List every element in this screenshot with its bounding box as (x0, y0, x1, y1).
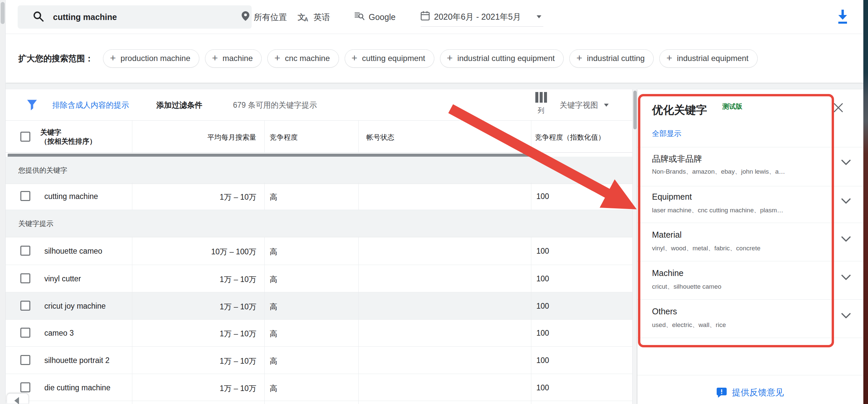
plus-icon: + (212, 53, 218, 63)
search-network-icon (354, 12, 364, 23)
location-label: 所有位置 (254, 12, 287, 23)
language-selector[interactable]: 文A 英语 (298, 0, 330, 34)
divider (637, 338, 863, 338)
plus-icon: + (576, 53, 582, 63)
beta-badge: 测试版 (722, 102, 742, 111)
row-checkbox[interactable] (20, 273, 30, 283)
chevron-down-icon (604, 104, 609, 107)
chip-add-keyword[interactable]: +production machine (103, 49, 199, 68)
panel-title: 优化关键字 (652, 103, 707, 118)
vertical-scrollbar-thumb[interactable] (633, 91, 637, 129)
chip-add-keyword[interactable]: +cnc machine (267, 49, 339, 68)
row-checkbox[interactable] (20, 246, 30, 256)
top-bar: 所有位置 文A 英语 Google 2020年6月 - 2021年5月 (6, 0, 868, 34)
row-checkbox[interactable] (20, 191, 30, 201)
expand-group-button[interactable] (841, 274, 851, 282)
date-range-selector[interactable]: 2020年6月 - 2021年5月 (421, 7, 543, 27)
row-checkbox[interactable] (20, 382, 30, 392)
divider (637, 375, 863, 375)
cell-competition: 高 (270, 247, 277, 257)
select-all-checkbox[interactable] (20, 132, 30, 142)
chip-label: production machine (121, 54, 190, 63)
date-range-label: 2020年6月 - 2021年5月 (434, 11, 521, 22)
close-panel-button[interactable] (833, 102, 845, 114)
chip-label: industrial cutting (587, 54, 645, 63)
location-selector[interactable]: 所有位置 (242, 0, 287, 34)
search-input[interactable] (53, 12, 226, 22)
col-header-account-status[interactable]: 帐号状态 (366, 133, 394, 142)
location-pin-icon (242, 11, 249, 23)
cell-competition: 高 (270, 356, 277, 366)
table-row[interactable]: silhouette portrait 2 1万 – 10万 高 100 (6, 347, 632, 374)
chevron-down-icon (841, 198, 851, 204)
col-header-competition-indexed[interactable]: 竞争程度（指数化值） (535, 133, 605, 142)
chip-add-keyword[interactable]: +industrial cutting (569, 49, 654, 68)
download-icon (836, 9, 850, 24)
view-selector[interactable]: 关键字视图 (560, 89, 609, 121)
section-row-keyword-ideas: 关键字提示 (6, 210, 632, 237)
left-scrollbar[interactable] (0, 0, 6, 404)
translate-icon: 文A (298, 12, 309, 22)
chip-add-keyword[interactable]: +cutting equipment (345, 49, 434, 68)
cell-avg-searches: 10万 – 100万 (72, 247, 256, 257)
keyword-results-card: 排除含成人内容的提示 添加过滤条件 679 条可用的关键字提示 列 关键字视图 … (6, 89, 632, 404)
show-all-link[interactable]: 全部显示 (652, 129, 681, 139)
refine-keywords-panel: 优化关键字 测试版 全部显示 品牌或非品牌 Non-Brands、amazon、… (637, 89, 863, 404)
table-row[interactable]: cricut joy machine 1万 – 10万 高 100 (6, 292, 632, 320)
section-row-provided-keywords: 您提供的关键字 (6, 157, 632, 184)
right-window-edge (863, 0, 868, 404)
group-title: Machine (652, 268, 684, 278)
table-toolbar: 排除含成人内容的提示 添加过滤条件 679 条可用的关键字提示 列 关键字视图 (6, 89, 632, 121)
cell-avg-searches: 1万 – 10万 (72, 274, 256, 285)
row-checkbox[interactable] (20, 328, 30, 338)
expand-search-bar: 扩大您的搜索范围： +production machine +machine +… (6, 34, 868, 83)
columns-icon (535, 92, 547, 103)
chip-label: machine (223, 54, 253, 63)
table-row[interactable]: die cutting machine 1万 – 10万 高 100 (6, 374, 632, 401)
expand-group-button[interactable] (841, 313, 851, 320)
keyword-search-box[interactable] (18, 5, 252, 29)
columns-button[interactable]: 列 (531, 92, 551, 115)
col-header-avg-searches[interactable]: 平均每月搜索量 (72, 133, 256, 142)
cell-competition-indexed: 100 (536, 356, 549, 365)
cell-competition: 高 (270, 274, 277, 285)
expand-search-label: 扩大您的搜索范围： (18, 34, 93, 83)
group-title: Material (652, 230, 682, 240)
col-header-competition[interactable]: 竞争程度 (270, 133, 298, 142)
view-label: 关键字视图 (560, 100, 598, 110)
cell-competition-indexed: 100 (536, 192, 549, 201)
expand-group-button[interactable] (841, 198, 851, 206)
group-examples: vinyl、wood、metal、fabric、concrete (652, 244, 760, 253)
left-scrollbar-thumb[interactable] (1, 2, 5, 24)
feedback-icon (717, 388, 727, 398)
expand-group-button[interactable] (841, 236, 851, 244)
table-row[interactable]: cameo 3 1万 – 10万 高 100 (6, 319, 632, 347)
row-checkbox[interactable] (20, 355, 30, 365)
row-checkbox[interactable] (20, 301, 30, 311)
table-row[interactable]: cutting machine 1万 – 10万 高 100 (6, 183, 632, 210)
expand-group-button[interactable] (841, 159, 851, 167)
plus-icon: + (274, 53, 280, 63)
calendar-icon (421, 11, 430, 23)
chip-add-keyword[interactable]: +machine (205, 49, 262, 68)
chip-add-keyword[interactable]: +industrial equipment (659, 49, 757, 68)
feedback-link[interactable]: 提供反馈意见 (637, 387, 863, 398)
cell-avg-searches: 1万 – 10万 (72, 383, 256, 394)
network-selector[interactable]: Google (354, 0, 396, 34)
exclude-adult-link[interactable]: 排除含成人内容的提示 (52, 89, 129, 121)
table-row[interactable]: silhouette cameo 10万 – 100万 高 100 (6, 237, 632, 265)
divider (637, 223, 863, 223)
cell-avg-searches: 1万 – 10万 (72, 329, 256, 339)
table-row[interactable]: vinyl cutter 1万 – 10万 高 100 (6, 265, 632, 292)
vertical-scrollbar[interactable] (632, 89, 637, 404)
group-examples: laser machine、cnc cutting machine、plasm… (652, 206, 783, 215)
chip-label: cutting equipment (362, 54, 425, 63)
scroll-left-button[interactable] (7, 393, 29, 404)
add-filter-button[interactable]: 添加过滤条件 (156, 89, 202, 121)
chip-add-keyword[interactable]: +industrial cutting equipment (440, 49, 564, 68)
cell-avg-searches: 1万 – 10万 (72, 302, 256, 312)
download-button[interactable] (835, 9, 851, 25)
chevron-down-icon (841, 274, 851, 281)
cell-competition: 高 (270, 192, 277, 202)
table-header-row: 关键字 （按相关性排序） 平均每月搜索量 竞争程度 帐号状态 竞争程度（指数化值… (6, 121, 632, 153)
